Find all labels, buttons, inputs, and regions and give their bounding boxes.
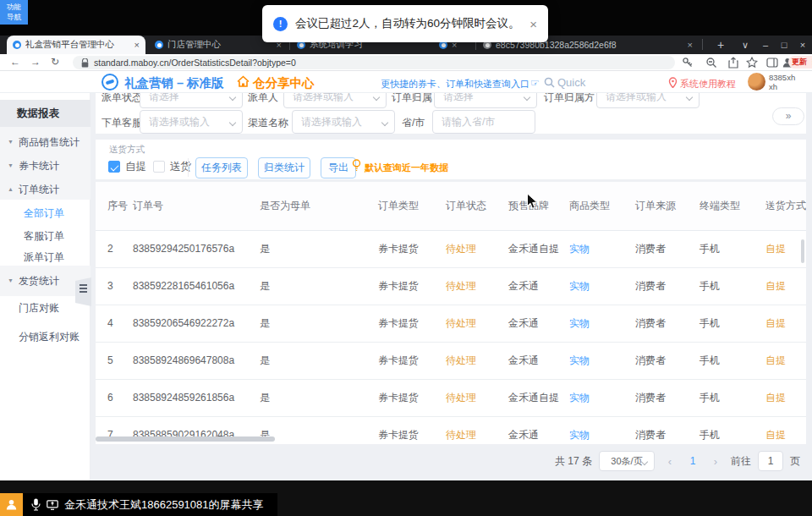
task-list-button[interactable]: 任务列表 — [195, 157, 248, 178]
placeholder: 请选择或输入 — [293, 93, 354, 102]
order-owner-party-select[interactable]: 请选择或输入 — [596, 93, 700, 108]
screen-share-banner: 金禾通技术王斌18662591081的屏幕共享 — [23, 493, 277, 516]
sidebar-item-rebate-reconcile[interactable]: 分销返利对账 — [0, 327, 91, 347]
zoom-out-icon[interactable] — [705, 57, 717, 69]
sidebar-item-all-orders[interactable]: 全部订单 — [0, 203, 91, 223]
cell-status: 待处理 — [437, 305, 500, 342]
group-stats-button[interactable]: 归类统计 — [258, 157, 310, 178]
col-delivery-method: 送货方式 — [757, 182, 806, 230]
col-is-parent: 是否为母单 — [251, 182, 370, 230]
cell-product-type[interactable]: 实物 — [561, 379, 627, 416]
expand-filters-button[interactable]: » — [772, 107, 804, 125]
browser-tab-gift-admin[interactable]: 礼盒营销平台管理中心 × — [7, 36, 145, 54]
pagination: 共 17 条 30条/页 ‹ 1 › 前往 页 — [555, 451, 800, 471]
delivery-checkbox[interactable] — [153, 161, 165, 173]
quick-entry-link[interactable]: 更快捷的券卡、订单和快递查询入口 — [381, 78, 529, 91]
cell-delivery: 自提 — [757, 342, 806, 379]
back-icon[interactable]: ← — [10, 56, 20, 68]
password-key-icon[interactable] — [682, 57, 694, 69]
cell: 是 — [251, 267, 370, 305]
cell-product-type[interactable]: 实物 — [561, 305, 627, 342]
goto-page-input[interactable] — [758, 451, 783, 471]
home-icon — [237, 75, 250, 88]
quick-label[interactable]: Quick — [557, 76, 585, 89]
order-agent-select[interactable]: 请选择或输入 — [140, 110, 243, 134]
tab-close-icon[interactable]: × — [134, 40, 140, 50]
lock-icon — [81, 58, 89, 68]
new-tab-button[interactable]: + — [713, 37, 728, 52]
placeholder: 请选择或输入 — [606, 93, 667, 102]
chevron-down-icon — [381, 119, 388, 126]
table-row[interactable]: 283859294250176576a是券卡提货待处理金禾通自提实物消费者手机自… — [96, 230, 806, 267]
col-order-type: 订单类型 — [370, 182, 437, 230]
export-button[interactable]: 导出 — [321, 157, 356, 178]
tab-title: 门店管理中心 — [167, 39, 272, 51]
self-pickup-label[interactable]: 自提 — [125, 161, 146, 173]
cell: 金禾通 — [500, 305, 561, 342]
user-avatar[interactable] — [748, 73, 765, 91]
cell: 手机 — [691, 379, 757, 416]
reload-icon[interactable]: ↻ — [51, 56, 59, 68]
function-nav-button[interactable]: 功能 导航 — [0, 0, 28, 25]
sidebar-item-product-sales[interactable]: ▼商品销售统计 — [0, 132, 91, 152]
quick-search-icon[interactable] — [544, 77, 555, 88]
share-icon[interactable] — [727, 57, 739, 69]
bookmark-star-icon[interactable] — [746, 57, 758, 69]
delivery-method-label: 送货方式 — [109, 144, 145, 156]
function-nav-line2: 导航 — [0, 12, 28, 22]
forward-icon[interactable]: → — [30, 56, 41, 68]
sidebar-item-order-stats[interactable]: ▲订单统计 — [0, 179, 91, 200]
table-row[interactable]: 383859228165461056a是券卡提货待处理金禾通实物消费者手机自提 — [96, 267, 806, 305]
vertical-scrollbar[interactable] — [801, 239, 804, 263]
cell: 是 — [251, 230, 370, 267]
table-row[interactable]: 583858924869647808a是券卡提货待处理金禾通实物消费者手机自提 — [96, 342, 806, 379]
prev-page-icon[interactable]: ‹ — [661, 455, 678, 468]
sharer-avatar[interactable] — [0, 493, 23, 516]
chrome-update-button[interactable]: 更新 ⋮ — [788, 56, 812, 69]
url-bar[interactable]: standard.maboy.cn/OrderStatisticsDetail?… — [73, 56, 675, 69]
cell-product-type[interactable]: 实物 — [561, 416, 627, 444]
sidebar-item-service-orders[interactable]: 客服订单 — [0, 226, 91, 246]
placeholder: 请选择 — [149, 93, 179, 102]
mouse-cursor — [526, 193, 538, 210]
horizontal-scrollbar[interactable] — [96, 436, 275, 442]
self-pickup-checkbox[interactable] — [108, 161, 120, 173]
channel-name-select[interactable]: 请选择或输入 — [292, 110, 395, 134]
next-page-icon[interactable]: › — [707, 455, 724, 468]
cell-status: 待处理 — [437, 267, 500, 305]
dispatcher-select[interactable]: 请选择或输入 — [283, 93, 387, 108]
cell-product-type[interactable]: 实物 — [561, 230, 627, 267]
page-size-select[interactable]: 30条/页 — [599, 451, 655, 471]
toast-close-icon[interactable]: × — [529, 17, 537, 31]
share-center-link[interactable]: 仓分享中心 — [253, 75, 315, 91]
chevron-down-icon — [373, 94, 380, 101]
page-size-value: 30条/页 — [611, 456, 642, 466]
info-icon: ! — [273, 17, 288, 31]
tab-favicon — [155, 41, 163, 49]
cell: 消费者 — [627, 379, 691, 416]
dispatch-status-select[interactable]: 请选择 — [140, 93, 243, 108]
tutorial-link[interactable]: 系统使用教程 — [680, 78, 736, 91]
cell: 券卡提货 — [370, 379, 437, 416]
user-name-sub: xh — [769, 82, 795, 91]
cell-product-type[interactable]: 实物 — [561, 342, 627, 379]
tab-close-icon[interactable]: × — [688, 40, 693, 50]
side-panel-icon[interactable] — [766, 57, 778, 69]
sidebar-item-card-stats[interactable]: ▼券卡统计 — [0, 156, 91, 176]
sidebar-section-title: 数据报表 — [0, 100, 91, 127]
table-row[interactable]: 683858924859261856a是券卡提货待处理金禾通自提实物消费者手机自… — [96, 379, 806, 416]
sidebar-item-dispatch-orders[interactable]: 派单订单 — [0, 247, 91, 267]
current-page[interactable]: 1 — [685, 455, 700, 467]
window-close-icon[interactable]: × — [792, 36, 812, 54]
sidebar-item-label: 客服订单 — [24, 226, 64, 246]
sidebar-collapse-handle[interactable] — [75, 277, 91, 306]
cell-status: 待处理 — [437, 342, 500, 379]
user-name: 8385xh xh — [769, 73, 795, 92]
toast-message: 会议已超过2人，自动转为60分钟限时会议。 — [295, 16, 520, 31]
window-menu-icon[interactable]: ∨ — [734, 36, 756, 54]
cell-delivery: 自提 — [757, 305, 806, 342]
province-city-input[interactable]: 请输入省/市 — [432, 110, 535, 134]
cell-product-type[interactable]: 实物 — [561, 267, 627, 305]
table-row[interactable]: 483859206546922272a是券卡提货待处理金禾通实物消费者手机自提 — [96, 305, 806, 342]
order-owner-select[interactable]: 请选择 — [434, 93, 537, 108]
